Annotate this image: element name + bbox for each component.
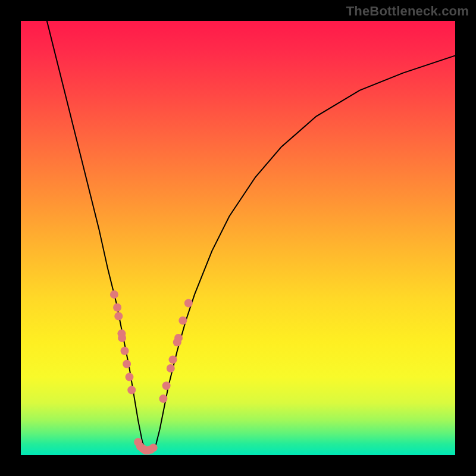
chart-svg [21,21,455,455]
highlight-dot [169,355,177,364]
highlight-dot [149,444,158,452]
highlight-dot [110,290,118,299]
watermark-text: TheBottleneck.com [346,4,469,19]
highlight-dot [121,347,129,355]
highlight-dot [123,360,131,368]
highlight-dot [127,386,136,394]
highlight-dot [174,334,183,342]
highlight-dot [167,364,175,372]
highlight-dot [114,312,123,320]
bottleneck-curve [47,21,455,452]
highlight-dot [162,381,171,390]
outer-frame: TheBottleneck.com [0,0,476,476]
highlight-dot [184,299,193,308]
highlight-dots [110,290,193,455]
highlight-dot [118,334,126,342]
highlight-dot [159,394,167,403]
plot-area [21,21,455,455]
highlight-dot [113,303,121,312]
highlight-dot [126,373,134,381]
highlight-dot [178,317,187,325]
